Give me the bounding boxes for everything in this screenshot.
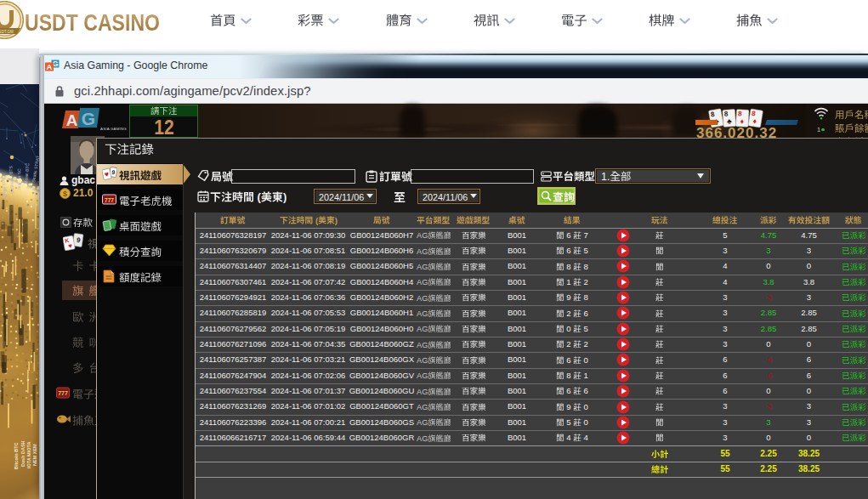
svg-text:4: 4: [566, 434, 571, 442]
svg-text:6: 6: [566, 387, 570, 395]
svg-text:1: 1: [584, 371, 588, 380]
svg-text:6: 6: [566, 356, 570, 365]
svg-text:AG: AG: [417, 371, 428, 380]
svg-text:2: 2: [566, 309, 570, 318]
svg-text:0: 0: [566, 325, 570, 333]
svg-text:1: 1: [566, 278, 570, 286]
svg-text:$: $: [63, 190, 67, 198]
svg-text:AG: AG: [417, 309, 428, 318]
svg-text:AG: AG: [417, 247, 428, 256]
svg-text:5: 5: [584, 325, 588, 333]
svg-text:): ): [334, 216, 337, 225]
svg-text:AG: AG: [417, 434, 428, 443]
svg-text:5: 5: [584, 247, 588, 255]
svg-text:8: 8: [584, 263, 588, 271]
svg-text:4: 4: [584, 434, 588, 442]
svg-text:777: 777: [58, 390, 68, 396]
svg-text:0: 0: [584, 356, 588, 365]
svg-text:777: 777: [105, 197, 114, 203]
svg-text:2: 2: [584, 340, 588, 349]
svg-text:AG: AG: [417, 231, 428, 240]
svg-text:AG: AG: [417, 341, 428, 349]
svg-text:AG: AG: [417, 325, 428, 333]
svg-text:2024/11/06: 2024/11/06: [423, 192, 468, 202]
svg-text:AG: AG: [417, 388, 428, 396]
svg-text:6: 6: [566, 231, 570, 240]
svg-text:USDT.GM: USDT.GM: [0, 30, 14, 34]
svg-text:2: 2: [566, 340, 570, 349]
svg-text:9: 9: [566, 403, 570, 411]
svg-text:0: 0: [584, 418, 588, 427]
svg-text:2: 2: [584, 278, 588, 286]
svg-text:AG: AG: [417, 263, 428, 271]
svg-text:AG: AG: [417, 403, 428, 411]
svg-text:6: 6: [584, 309, 588, 318]
svg-text:6: 6: [584, 387, 588, 395]
svg-text:AG: AG: [417, 294, 428, 303]
svg-text:9: 9: [566, 293, 570, 302]
svg-text:(: (: [258, 191, 262, 203]
svg-text:G: G: [82, 109, 95, 128]
svg-text:AG: AG: [417, 418, 428, 427]
svg-text:): ): [283, 191, 286, 203]
svg-text:A: A: [66, 111, 78, 129]
svg-text:(: (: [315, 216, 318, 225]
svg-text:6: 6: [566, 247, 570, 255]
svg-text:AG: AG: [417, 278, 428, 286]
svg-text:8: 8: [566, 263, 570, 271]
svg-text:A: A: [47, 62, 53, 71]
svg-text:5: 5: [566, 418, 570, 427]
svg-text:7: 7: [584, 231, 588, 240]
svg-text:8: 8: [566, 371, 570, 380]
svg-text:1.: 1.: [601, 171, 610, 183]
svg-text:0: 0: [584, 403, 588, 411]
svg-text:ASIA GAMING: ASIA GAMING: [100, 127, 127, 131]
svg-text:2024/11/06: 2024/11/06: [319, 192, 364, 202]
svg-text:8: 8: [584, 293, 588, 302]
svg-text:AG: AG: [417, 356, 428, 365]
